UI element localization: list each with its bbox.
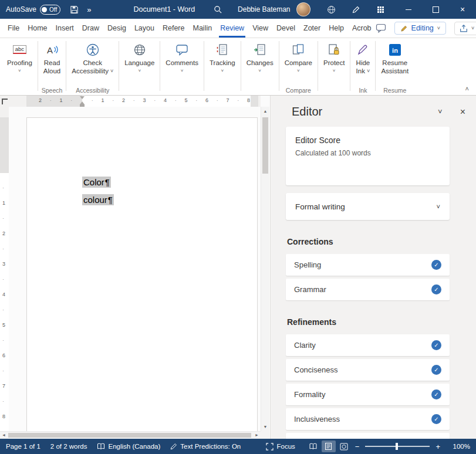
editor-category-formality[interactable]: Formality✓ [286, 384, 450, 405]
ruler-mark: · [175, 97, 177, 103]
tab-layou[interactable]: Layou [130, 19, 158, 38]
zoom-in-button[interactable]: + [436, 442, 440, 451]
focus-toggle[interactable]: Focus [266, 443, 295, 450]
vertical-ruler[interactable]: ·1·2·3·4·5·6·7·8 [0, 107, 9, 431]
maximize-button[interactable] [422, 0, 449, 19]
tab-mailin[interactable]: Mailin [189, 19, 217, 38]
read-mode-button[interactable] [306, 441, 320, 452]
autosave-switch[interactable]: Off [40, 5, 60, 15]
tab-review[interactable]: Review [216, 19, 248, 38]
protect-button[interactable]: Protect ˅ [320, 39, 348, 73]
page-indicator[interactable]: Page 1 of 1 [6, 443, 40, 450]
word-count[interactable]: 2 of 2 words [50, 443, 87, 450]
horizontal-ruler[interactable]: 1·2··1·2·3·4·5·6·7·8 [9, 96, 261, 107]
tab-refere[interactable]: Refere [158, 19, 189, 38]
print-layout-button[interactable] [322, 441, 336, 452]
tab-selector[interactable] [0, 96, 9, 107]
compare-button[interactable]: Compare ˅ [281, 39, 316, 73]
editor-score-card[interactable]: Editor Score Calculated at 100 words [286, 127, 450, 185]
tab-devel[interactable]: Devel [272, 19, 299, 38]
proofing-status[interactable]: English (Canada) [97, 443, 160, 450]
tab-view[interactable]: View [248, 19, 272, 38]
editing-mode-dropdown[interactable]: Editing ˅ [394, 22, 447, 35]
search-icon[interactable] [214, 5, 222, 14]
document-canvas[interactable]: Color¶ colour¶ [9, 107, 261, 431]
ribbon-group-proofing: abc Proofing ˅ [4, 39, 36, 95]
editor-category-inclusiveness[interactable]: Inclusiveness✓ [286, 408, 450, 430]
group-separator [119, 41, 119, 91]
text-line[interactable]: Color¶ [82, 177, 111, 188]
editor-category-conciseness[interactable]: Conciseness✓ [286, 359, 450, 381]
scrollbar-thumb[interactable] [262, 117, 268, 174]
horizontal-scrollbar[interactable]: ◄ ► [0, 431, 261, 439]
apps-grid-icon[interactable] [377, 6, 384, 13]
autosave-toggle[interactable]: AutoSave Off [6, 5, 60, 15]
scroll-up-button[interactable]: ▲ [261, 107, 269, 116]
pen-icon[interactable] [352, 5, 360, 13]
scroll-down-button[interactable]: ▼ [261, 422, 269, 431]
globe-icon[interactable] [327, 5, 336, 14]
category-label: Inclusiveness [294, 415, 340, 423]
zoom-slider[interactable] [365, 446, 430, 447]
web-layout-button[interactable] [337, 441, 351, 452]
save-button[interactable] [70, 5, 79, 14]
comments-button[interactable] [376, 23, 386, 33]
tab-insert[interactable]: Insert [52, 19, 78, 38]
zoom-out-button[interactable]: − [355, 442, 360, 451]
tab-home[interactable]: Home [23, 19, 51, 38]
editor-category-partial[interactable] [286, 433, 450, 439]
close-button[interactable]: × [449, 0, 476, 19]
tab-zoter[interactable]: Zoter [299, 19, 325, 38]
tracking-button[interactable]: Tracking ˅ [206, 39, 239, 73]
autosave-label: AutoSave [6, 5, 36, 13]
text-predictions[interactable]: Text Predictions: On [170, 443, 241, 450]
account-name[interactable]: Debbie Bateman [238, 5, 290, 13]
web-layout-icon [340, 443, 348, 450]
document-page[interactable]: Color¶ colour¶ [26, 117, 258, 431]
share-button[interactable]: ˅ [454, 22, 476, 35]
hide-ink-button[interactable]: Hide Ink˅ [352, 39, 373, 75]
tab-file[interactable]: File [4, 19, 23, 38]
minimize-button[interactable] [395, 0, 422, 19]
scroll-left-button[interactable]: ◄ [0, 432, 8, 439]
avatar[interactable] [296, 2, 310, 16]
scroll-right-button[interactable]: ► [253, 432, 261, 439]
scrollbar-thumb[interactable] [8, 433, 251, 438]
resume-assistant-button[interactable]: in Resume Assistant [377, 39, 412, 75]
v-ruler-marks: ·1·2·3·4·5·6·7·8 [0, 107, 9, 431]
collapse-ribbon-icon[interactable]: ˄ [465, 85, 469, 92]
tab-acrob[interactable]: Acrob [348, 19, 376, 38]
pane-close-icon[interactable]: × [460, 107, 465, 117]
read-aloud-button[interactable]: A Read Aloud [40, 39, 64, 75]
first-line-indent-marker[interactable] [80, 96, 85, 99]
zoom-slider-knob[interactable] [396, 443, 398, 450]
editor-category-grammar[interactable]: Grammar✓ [286, 279, 450, 300]
toggle-knob-icon [42, 7, 47, 12]
writing-style-dropdown[interactable]: Formal writing ˅ [286, 193, 450, 220]
proofing-icon: abc [13, 45, 26, 54]
text-line[interactable]: colour¶ [82, 194, 114, 206]
changes-button[interactable]: Changes ˅ [243, 39, 277, 73]
proofing-button[interactable]: abc Proofing ˅ [4, 39, 36, 73]
more-commands-icon[interactable]: » [87, 5, 91, 14]
tab-desig[interactable]: Desig [103, 19, 130, 38]
ruler-mark: · [2, 368, 4, 374]
section-heading: Corrections [287, 237, 450, 246]
selected-text: Color¶ [82, 177, 111, 188]
zoom-level[interactable]: 100% [450, 443, 470, 450]
ruler-mark: 1 [60, 97, 63, 103]
editor-category-clarity[interactable]: Clarity✓ [286, 334, 450, 356]
tab-draw[interactable]: Draw [78, 19, 103, 38]
language-button[interactable]: Language ˅ [121, 39, 158, 73]
pane-options-chevron-icon[interactable]: ˅ [438, 107, 443, 116]
ribbon-group-label: Resume [383, 85, 406, 95]
pilcrow-mark: ¶ [105, 177, 110, 187]
check-badge-icon: ✓ [431, 284, 441, 294]
vertical-scrollbar[interactable]: ▲ ▼ [261, 107, 269, 431]
editor-category-spelling[interactable]: Spelling✓ [286, 254, 450, 276]
scrollbar-corner [261, 431, 269, 439]
tab-help[interactable]: Help [325, 19, 348, 38]
check-accessibility-button[interactable]: Check Accessibility˅ [68, 39, 117, 75]
ribbon-group-compare: Compare ˅ Compare [281, 39, 316, 95]
comments-ribbon-button[interactable]: Comments ˅ [162, 39, 202, 73]
